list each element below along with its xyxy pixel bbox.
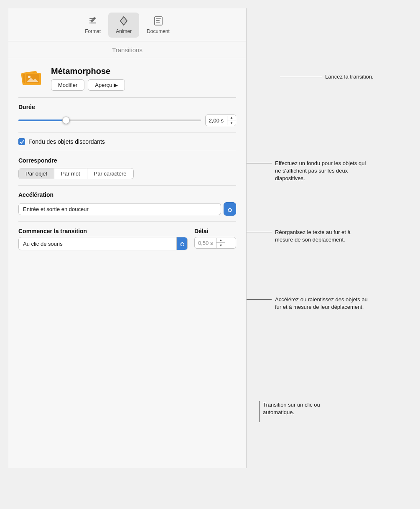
commencer-value: Au clic de souris [19,239,176,249]
duration-up[interactable]: ▲ [227,115,236,120]
duration-stepper[interactable]: 2,00 s ▲ ▼ [205,115,236,126]
acceleration-label: Accélération [18,191,236,198]
delay-up[interactable]: ▲ [216,237,225,243]
divider-3 [18,151,236,151]
chevron-updown-small-icon [180,241,185,246]
format-icon [87,15,99,27]
svg-rect-8 [156,22,160,23]
correspondre-segment[interactable]: Par objet Par mot Par caractère [18,168,134,179]
animer-tab[interactable]: Animer [108,13,139,38]
duration-down[interactable]: ▼ [227,120,236,126]
svg-point-13 [28,76,31,78]
acceleration-row: Entrée et sortie en douceur [18,202,236,216]
commencer-dropdown[interactable]: Au clic de souris [18,237,188,250]
fondu-label: Fondu des objets discordants [28,138,105,145]
modifier-button[interactable]: Modifier [51,79,84,91]
format-tab[interactable]: Format [77,13,108,38]
svg-rect-7 [156,20,160,21]
callout-apercu: Lancez la transition. [325,73,374,81]
chevron-updown-icon [227,206,233,212]
divider-4 [18,185,236,186]
delay-down[interactable]: ▼ [216,243,225,248]
duration-slider[interactable] [18,117,201,124]
divider-1 [18,97,236,98]
callout-fondu: Effectuez un fondu pour les objets qui n… [275,160,367,183]
fondu-checkbox[interactable] [18,138,25,145]
svg-rect-6 [156,18,161,19]
callout-commencer: Transition sur un clic ou automatique. [263,401,338,416]
divider-5 [18,221,236,222]
duration-value: 2,00 s [206,116,227,125]
commencer-dropdown-btn[interactable] [176,237,187,250]
apercu-button[interactable]: Aperçu ▶ [88,79,125,91]
divider-2 [18,132,236,132]
format-tab-label: Format [85,28,101,34]
callout-acceleration: Accélérez ou ralentissez des objets au f… [275,296,371,311]
transition-icon [18,68,45,89]
document-tab[interactable]: Document [139,13,177,38]
acceleration-dropdown-btn[interactable] [224,202,236,216]
segment-par-objet[interactable]: Par objet [19,168,54,179]
section-title: Transitions [8,41,246,58]
duree-label: Durée [18,104,236,110]
delai-label: Délai [194,228,236,234]
commencer-label: Commencer la transition [18,228,188,234]
animer-icon [118,15,130,27]
acceleration-value: Entrée et sortie en douceur [23,206,89,212]
document-tab-label: Document [147,28,170,34]
checkmark-icon [20,140,24,144]
document-icon [153,15,164,27]
animer-tab-label: Animer [116,28,132,34]
transition-name: Métamorphose [51,66,125,76]
segment-par-caractere[interactable]: Par caractère [87,168,133,179]
delay-stepper[interactable]: 0,50 s ▲ ▼ [194,237,236,249]
segment-par-mot[interactable]: Par mot [54,168,87,179]
callout-correspondre: Réorganisez le texte au fur et à mesure … [275,229,363,244]
correspondre-label: Correspondre [18,157,236,164]
delay-value: 0,50 s [195,238,216,248]
